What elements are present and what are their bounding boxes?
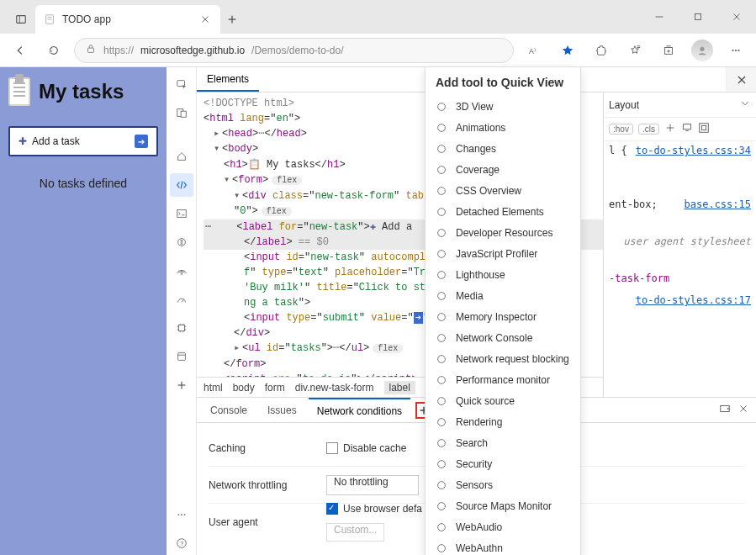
popup-item-performance-monitor[interactable]: Performance monitor xyxy=(426,369,580,390)
submit-arrow-icon[interactable]: ➔ xyxy=(135,135,148,148)
popup-item-webaudio[interactable]: WebAudio xyxy=(426,516,580,537)
popup-item-network-request-blocking[interactable]: Network request blocking xyxy=(426,348,580,369)
activity-separator xyxy=(170,130,193,140)
popup-item-animations[interactable]: Animations xyxy=(426,117,580,138)
popup-item-media[interactable]: Media xyxy=(426,285,580,306)
hov-toggle[interactable]: :hov xyxy=(609,124,633,135)
favorite-star-icon[interactable] xyxy=(554,37,581,64)
popup-item-developer-resources[interactable]: Developer Resources xyxy=(426,222,580,243)
sources-icon[interactable] xyxy=(170,230,193,254)
tool-icon xyxy=(436,332,447,344)
styles-toolbar: :hov .cls xyxy=(604,118,756,141)
inspect-icon[interactable] xyxy=(170,72,193,96)
minimize-button[interactable] xyxy=(640,0,679,34)
svg-rect-32 xyxy=(178,325,184,331)
tab-actions-icon[interactable] xyxy=(7,5,35,34)
breadcrumb-div[interactable]: div.new-task-form xyxy=(295,382,374,394)
address-bar[interactable]: https://microsoftedge.github.io/Demos/de… xyxy=(74,38,514,63)
svg-point-45 xyxy=(177,514,179,515)
svg-line-31 xyxy=(182,299,184,303)
devtools-more-icon[interactable] xyxy=(170,503,193,526)
welcome-icon[interactable] xyxy=(170,145,193,168)
popup-item-security[interactable]: Security xyxy=(426,453,580,474)
tool-icon xyxy=(436,227,447,239)
popup-item-css-overview[interactable]: CSS Overview xyxy=(426,180,580,201)
console-icon[interactable] xyxy=(170,202,193,225)
breadcrumb-body[interactable]: body xyxy=(233,382,255,394)
popup-item-quick-source[interactable]: Quick source xyxy=(426,390,580,411)
svg-point-30 xyxy=(181,273,182,275)
breadcrumb-html[interactable]: html xyxy=(204,382,223,394)
tool-icon xyxy=(436,122,447,134)
drawer-expand-icon[interactable] xyxy=(719,403,731,417)
popup-item-source-maps-monitor[interactable]: Source Maps Monitor xyxy=(426,495,580,516)
popup-item-javascript-profiler[interactable]: JavaScript Profiler xyxy=(426,243,580,264)
tool-icon xyxy=(436,395,447,407)
breadcrumb-label[interactable]: label xyxy=(384,381,415,394)
maximize-button[interactable] xyxy=(679,0,717,34)
drawer-tab-console[interactable]: Console xyxy=(202,398,256,422)
new-tab-button[interactable] xyxy=(220,5,244,34)
memory-icon[interactable] xyxy=(170,316,193,340)
network-icon[interactable] xyxy=(170,259,193,283)
popup-item-webauthn[interactable]: WebAuthn xyxy=(426,537,580,555)
custom-ua-input: Custom... xyxy=(326,523,384,542)
add-task-input[interactable]: ✚ Add a task ➔ xyxy=(8,126,158,156)
empty-state: No tasks defined xyxy=(8,177,158,190)
svg-point-46 xyxy=(181,514,182,515)
chevron-down-icon[interactable] xyxy=(739,98,751,112)
popup-item-detached-elements[interactable]: Detached Elements xyxy=(426,201,580,222)
profile-avatar[interactable] xyxy=(689,37,716,64)
settings-menu-icon[interactable] xyxy=(722,37,749,64)
browser-tab[interactable]: TODO app xyxy=(35,5,220,34)
popup-item-memory-inspector[interactable]: Memory Inspector xyxy=(426,306,580,327)
back-button[interactable] xyxy=(7,37,34,64)
use-browser-default-checkbox[interactable] xyxy=(326,503,338,515)
new-style-icon[interactable] xyxy=(664,122,676,136)
css-link-2[interactable]: base.css:15 xyxy=(685,198,751,210)
drawer-tab-network-conditions[interactable]: Network conditions xyxy=(309,398,410,422)
user-agent-label: User agent xyxy=(209,516,326,528)
css-link-3[interactable]: to-do-styles.css:17 xyxy=(636,294,751,306)
popup-item-search[interactable]: Search xyxy=(426,432,580,453)
read-aloud-icon[interactable]: A⁾ xyxy=(521,37,547,64)
extensions-icon[interactable] xyxy=(588,37,615,64)
refresh-button[interactable] xyxy=(40,37,67,64)
box-model-icon[interactable] xyxy=(698,122,710,136)
drawer-tab-issues[interactable]: Issues xyxy=(259,398,305,422)
popup-item-sensors[interactable]: Sensors xyxy=(426,474,580,495)
computed-icon[interactable] xyxy=(681,122,693,136)
styles-rules[interactable]: to-do-styles.css:34l { base.css:15 ent-b… xyxy=(604,141,756,397)
popup-item-network-console[interactable]: Network Console xyxy=(426,327,580,348)
popup-item-lighthouse[interactable]: Lighthouse xyxy=(426,264,580,285)
performance-icon[interactable] xyxy=(170,288,193,311)
close-window-button[interactable] xyxy=(717,0,756,34)
throttling-select[interactable]: No throttling xyxy=(326,475,419,495)
drawer-close-icon[interactable] xyxy=(737,403,749,417)
popup-item-changes[interactable]: Changes xyxy=(426,138,580,159)
tool-icon xyxy=(436,101,447,113)
tab-elements[interactable]: Elements xyxy=(197,67,259,92)
css-link-1[interactable]: to-do-styles.css:34 xyxy=(636,145,751,156)
disable-cache-checkbox[interactable] xyxy=(326,442,338,454)
popup-item-coverage[interactable]: Coverage xyxy=(426,159,580,180)
tool-icon xyxy=(436,290,447,302)
popup-item-3d-view[interactable]: 3D View xyxy=(426,96,580,117)
svg-point-82 xyxy=(438,502,446,510)
elements-icon[interactable] xyxy=(170,173,193,197)
favorites-icon[interactable] xyxy=(621,37,648,64)
tab-close-icon[interactable] xyxy=(198,13,212,26)
help-icon[interactable]: ? xyxy=(170,531,193,555)
collections-icon[interactable] xyxy=(655,37,682,64)
caching-label: Caching xyxy=(209,442,326,454)
tool-icon xyxy=(436,353,447,365)
device-icon[interactable] xyxy=(170,101,193,124)
devtools-close-button[interactable] xyxy=(726,67,756,92)
cls-toggle[interactable]: .cls xyxy=(638,124,659,135)
window-titlebar: TODO app xyxy=(0,0,756,34)
popup-item-rendering[interactable]: Rendering xyxy=(426,411,580,432)
tab-layout[interactable]: Layout xyxy=(609,99,639,111)
breadcrumb-form[interactable]: form xyxy=(265,382,285,394)
more-tools-icon[interactable] xyxy=(170,373,193,397)
application-icon[interactable] xyxy=(170,345,193,368)
